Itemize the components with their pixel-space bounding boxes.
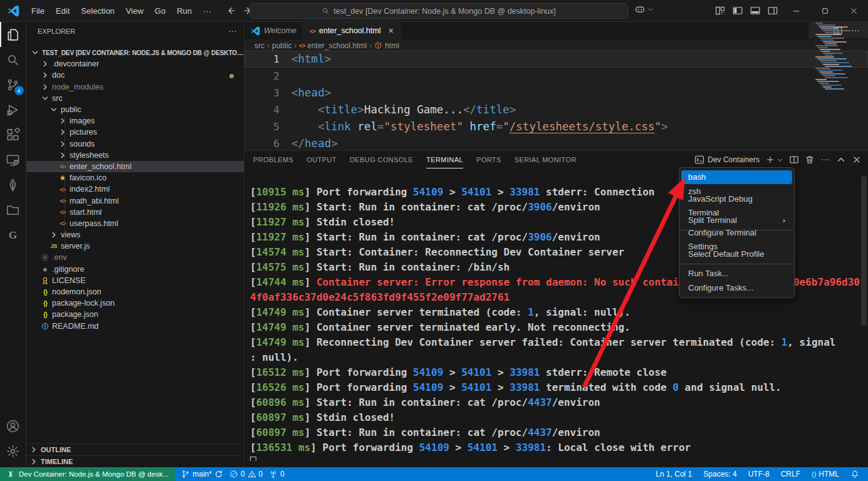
code-editor[interactable]: 1<html>23<head>4 <title>Hacking Game...<…	[244, 51, 868, 150]
tree-item-license[interactable]: LICENSE	[26, 275, 244, 286]
tree-item-src[interactable]: src	[26, 93, 244, 104]
indentation[interactable]: Spaces: 4	[703, 470, 736, 478]
dropdown-item-configure-terminal-settings[interactable]: Configure Terminal Settings	[681, 233, 792, 247]
terminal-profile[interactable]: Dev Containers	[694, 155, 760, 165]
customize-layout-icon[interactable]	[714, 5, 726, 16]
activity-extensions[interactable]	[0, 122, 26, 147]
branch-indicator[interactable]: main*	[181, 470, 223, 478]
activity-search[interactable]	[0, 47, 26, 72]
bell-icon[interactable]	[850, 470, 859, 478]
tree-item-stylesheets[interactable]: stylesheets	[26, 150, 244, 161]
breadcrumb-public[interactable]: public	[272, 41, 291, 50]
tree-item-package-lock-json[interactable]: {}package-lock.json	[26, 297, 244, 309]
tree-item-doc[interactable]: doc	[26, 70, 244, 81]
menu-file[interactable]: File	[26, 4, 50, 18]
explorer-more-icon[interactable]	[227, 26, 238, 36]
kill-terminal-icon[interactable]	[805, 155, 815, 165]
panel-tab-ports[interactable]: PORTS	[476, 151, 501, 168]
breadcrumb-enter-school-html[interactable]: <>enter_school.html	[299, 41, 367, 50]
back-icon[interactable]	[226, 6, 236, 16]
activity-settings[interactable]	[0, 438, 26, 463]
activity-explorer[interactable]	[0, 22, 26, 47]
panel-tab-output[interactable]: OUTPUT	[306, 151, 337, 168]
menu-more[interactable]: ···	[197, 4, 217, 18]
tree-item-server-js[interactable]: JSserver.js	[26, 240, 244, 252]
panel-tab-serial-monitor[interactable]: SERIAL MONITOR	[515, 151, 577, 168]
panel-tab-debug-console[interactable]: DEBUG CONSOLE	[350, 151, 413, 168]
dropdown-item-javascript-debug-terminal[interactable]: JavaScript Debug Terminal	[681, 199, 792, 213]
dropdown-item-run-task[interactable]: Run Task...	[681, 267, 792, 281]
close-button[interactable]	[839, 0, 868, 21]
new-terminal-button[interactable]	[765, 155, 783, 165]
section-outline[interactable]: OUTLINE	[26, 443, 244, 455]
remote-indicator[interactable]: Dev Container: Node.js & Mongo DB @ desk…	[0, 467, 175, 481]
menu-selection[interactable]: Selection	[75, 4, 120, 18]
explorer-sidebar: EXPLORER TEST_DEV [DEV CONTAINER: NODE.J…	[26, 22, 244, 467]
maximize-button[interactable]	[810, 0, 839, 21]
menu-run[interactable]: Run	[171, 4, 197, 18]
activity-project-folder[interactable]	[0, 197, 26, 222]
activity-gitlens[interactable]: G	[0, 222, 26, 247]
close-panel-icon[interactable]	[852, 155, 862, 165]
tree-item-env[interactable]: .env	[26, 252, 244, 263]
minimize-button[interactable]	[782, 0, 810, 21]
tree-item-enter-school-html[interactable]: <>enter_school.html	[26, 161, 244, 172]
tab-enter-school-html[interactable]: <>enter_school.html×	[303, 22, 400, 39]
tree-item-favicon-ico[interactable]: ★favicon.ico	[26, 172, 244, 184]
tree-item-gitignore[interactable]: ◆.gitignore	[26, 264, 244, 275]
maximize-panel-icon[interactable]	[836, 155, 846, 165]
tree-item-nodemon-json[interactable]: {}nodemon.json	[26, 286, 244, 297]
menu-edit[interactable]: Edit	[50, 4, 75, 18]
line-number: 3	[244, 85, 280, 101]
cursor-position[interactable]: Ln 1, Col 1	[656, 470, 692, 478]
tree-item-package-json[interactable]: {}package.json	[26, 309, 244, 320]
menu-view[interactable]: View	[120, 4, 149, 18]
minimap[interactable]	[815, 23, 852, 96]
tree-item-pictures[interactable]: pictures	[26, 127, 244, 138]
activity-source-control[interactable]: 4	[0, 72, 26, 97]
tree-item-public[interactable]: public	[26, 104, 244, 115]
activity-run-debug[interactable]	[0, 97, 26, 122]
eol[interactable]: CRLF	[781, 470, 800, 478]
terminal-line: [16512 ms] Port forwarding 54109 > 54101…	[250, 365, 862, 380]
tree-item-index2-html[interactable]: <>index2.html	[26, 184, 244, 195]
tree-item-userpass-html[interactable]: <>userpass.html	[26, 218, 244, 229]
dropdown-item-configure-tasks[interactable]: Configure Tasks...	[681, 281, 792, 295]
language-mode[interactable]: () HTML	[812, 470, 839, 478]
tree-item-views[interactable]: views	[26, 229, 244, 240]
activity-accounts[interactable]	[0, 413, 26, 438]
encoding[interactable]: UTF-8	[748, 470, 770, 478]
breadcrumb-html[interactable]: html	[374, 41, 399, 50]
breadcrumb-src[interactable]: src	[254, 41, 264, 50]
terminal-line: [14749 ms] Container server terminated (…	[250, 305, 862, 320]
toggle-sidebar-icon[interactable]	[732, 5, 743, 16]
tree-item-sounds[interactable]: sounds	[26, 138, 244, 150]
tree-item-start-html[interactable]: <>start.html	[26, 207, 244, 218]
code-line-2: 2	[244, 68, 868, 85]
split-terminal-icon[interactable]	[789, 155, 799, 165]
tab-welcome[interactable]: Welcome	[244, 22, 303, 39]
problems-indicator[interactable]: 0 0	[229, 470, 263, 478]
tree-item-images[interactable]: images	[26, 115, 244, 127]
panel-tab-terminal[interactable]: TERMINAL	[426, 151, 463, 168]
terminal-scrollbar[interactable]	[861, 176, 867, 326]
tree-item-root[interactable]: TEST_DEV [DEV CONTAINER: NODE.JS & MONGO…	[26, 47, 244, 58]
dropdown-item-bash[interactable]: bash	[681, 170, 792, 184]
activity-mongodb[interactable]	[0, 172, 26, 197]
modified-dot-badge	[229, 74, 234, 78]
panel-tab-problems[interactable]: PROBLEMS	[253, 151, 293, 168]
tree-item-readme-md[interactable]: iREADME.md	[26, 321, 244, 332]
toggle-secondary-sidebar-icon[interactable]	[767, 5, 778, 16]
toggle-panel-icon[interactable]	[750, 5, 761, 16]
ports-indicator[interactable]: 0	[269, 470, 285, 478]
menu-go[interactable]: Go	[149, 4, 171, 18]
panel-more-icon[interactable]	[820, 155, 830, 165]
command-center-search[interactable]: test_dev [Dev Container: Node.js & Mongo…	[249, 3, 628, 19]
copilot-button[interactable]	[634, 4, 654, 15]
tree-item-math-abi-html[interactable]: <>math_abi.html	[26, 195, 244, 206]
section-timeline[interactable]: TIMELINE	[26, 455, 244, 467]
tree-item-devcontainer[interactable]: .devcontainer	[26, 58, 244, 70]
close-tab-icon[interactable]: ×	[389, 26, 394, 35]
tree-item-node-modules[interactable]: node_modules	[26, 81, 244, 93]
activity-remote-explorer[interactable]	[0, 147, 26, 172]
